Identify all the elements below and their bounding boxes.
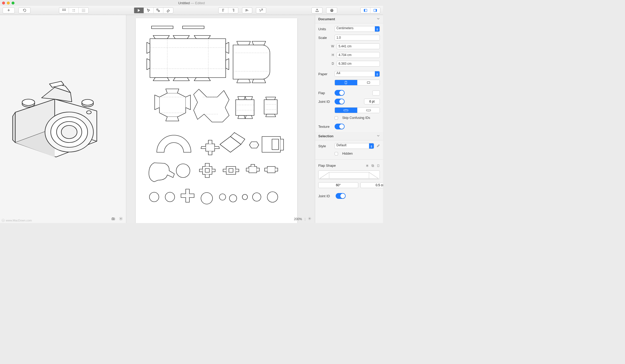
texture-toggle[interactable] [335, 124, 345, 129]
select-tool-button[interactable] [144, 8, 154, 13]
magic-button[interactable] [256, 8, 266, 13]
split-tool-button[interactable] [154, 8, 163, 13]
svg-point-13 [82, 10, 83, 11]
panel-toggle-segment [360, 7, 380, 13]
section-title: Selection [318, 134, 334, 138]
eraser-tool-button[interactable] [163, 8, 173, 13]
portrait-button[interactable] [335, 80, 357, 85]
3d-view[interactable] [0, 15, 126, 223]
svg-point-18 [84, 11, 85, 12]
svg-point-6 [73, 9, 73, 10]
toolbar: + [0, 6, 383, 15]
thumbnail-size-segment [59, 7, 89, 13]
paper-orientation-segment [335, 80, 380, 85]
section-title: Document [318, 17, 335, 21]
texture-label: Texture [318, 125, 332, 129]
align-button[interactable] [242, 8, 252, 13]
scale-label: Scale [318, 36, 332, 40]
jointid-size-input[interactable] [364, 99, 380, 104]
jointid-inside-button[interactable] [335, 108, 357, 113]
share-button[interactable] [312, 8, 322, 13]
sel-jointid-toggle[interactable] [336, 193, 346, 199]
svg-rect-102 [377, 165, 379, 167]
flip-horizontal-icon[interactable] [365, 164, 369, 167]
svg-rect-69 [206, 144, 215, 151]
left-panel-toggle[interactable] [361, 8, 370, 13]
magic-wand-icon [259, 8, 263, 12]
grid-medium-icon [72, 8, 76, 12]
right-panel-toggle[interactable] [370, 8, 380, 13]
svg-rect-101 [372, 165, 374, 167]
thumb-medium-button[interactable] [69, 8, 79, 13]
svg-rect-50 [152, 26, 173, 29]
view-settings-icon[interactable] [119, 217, 123, 221]
svg-point-87 [229, 195, 237, 202]
svg-point-11 [83, 9, 84, 9]
svg-point-45 [87, 111, 91, 114]
units-select[interactable]: Centimeters [335, 26, 380, 32]
skip-ids-label: Skip Confusing IDs [342, 116, 370, 120]
svg-rect-63 [236, 100, 254, 115]
print-button[interactable] [326, 8, 337, 13]
unfold-view[interactable]: 200% | [126, 15, 315, 223]
unfold-settings-icon[interactable] [308, 217, 311, 221]
thumb-large-button[interactable] [59, 8, 69, 13]
inspector-section-document[interactable]: Document [315, 15, 383, 23]
thumb-small-button[interactable] [79, 8, 88, 13]
refresh-button[interactable] [19, 8, 30, 13]
canvas-page [136, 18, 297, 223]
height-input[interactable] [337, 52, 380, 58]
style-select[interactable]: Default [335, 143, 374, 149]
window-close-button[interactable] [2, 2, 5, 4]
zoom-value[interactable]: 200% [294, 217, 302, 221]
svg-point-0 [62, 9, 63, 9]
skip-ids-checkbox[interactable] [335, 116, 338, 120]
depth-input[interactable] [337, 61, 380, 67]
add-button[interactable]: + [3, 8, 14, 13]
window-title: Untitled — Edited [0, 1, 383, 5]
svg-point-90 [267, 192, 278, 202]
svg-rect-94 [344, 110, 348, 111]
svg-rect-79 [229, 169, 233, 172]
tab-inside-icon [343, 109, 349, 112]
svg-point-82 [149, 192, 159, 202]
jointid-toggle[interactable] [335, 99, 345, 104]
svg-rect-74 [272, 139, 279, 150]
paper-select[interactable]: A4 [335, 71, 380, 77]
copy-icon[interactable] [371, 164, 374, 167]
jointid-position-segment [335, 107, 380, 113]
flap-color-well[interactable] [372, 90, 380, 95]
scale-input[interactable] [335, 35, 380, 41]
window-zoom-button[interactable] [12, 2, 14, 4]
edit-style-icon[interactable] [377, 144, 380, 148]
svg-point-8 [73, 11, 73, 11]
svg-point-7 [74, 9, 75, 10]
svg-point-38 [22, 99, 35, 105]
play-tool-button[interactable] [134, 8, 144, 13]
rotate-left-button[interactable] [219, 8, 228, 13]
camera-snap-icon[interactable] [111, 217, 115, 221]
split-icon [156, 8, 160, 12]
jointid-outside-button[interactable] [357, 108, 380, 113]
paste-icon[interactable] [376, 164, 380, 167]
svg-rect-28 [376, 9, 377, 11]
rotate-right-button[interactable] [228, 8, 238, 13]
hidden-checkbox[interactable] [335, 152, 338, 155]
svg-point-47 [113, 218, 114, 220]
flap-shape-editor[interactable] [318, 170, 380, 179]
style-label: Style [318, 144, 332, 148]
flap-angle-left-input[interactable] [318, 182, 358, 188]
flap-gap-input[interactable] [360, 182, 383, 188]
inspector-section-selection[interactable]: Selection [315, 132, 383, 140]
svg-point-49 [120, 218, 122, 219]
svg-point-10 [82, 9, 83, 9]
paper-label: Paper [318, 72, 332, 76]
svg-point-91 [309, 218, 310, 219]
svg-rect-81 [267, 166, 275, 173]
width-input[interactable] [337, 43, 380, 49]
window-minimize-button[interactable] [7, 2, 10, 4]
svg-rect-20 [157, 9, 158, 10]
flap-toggle[interactable] [335, 90, 345, 96]
svg-point-40 [82, 99, 93, 105]
landscape-button[interactable] [357, 80, 380, 85]
